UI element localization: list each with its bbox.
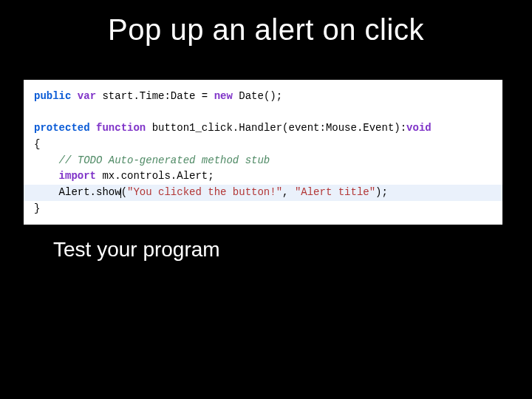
keyword-void: void bbox=[406, 122, 432, 134]
code-text: mx.controls.Alert; bbox=[96, 170, 214, 182]
indent bbox=[34, 154, 59, 166]
comment: // TODO Auto-generated method stub bbox=[59, 154, 270, 166]
code-line-2: protected function button1_click.Handler… bbox=[34, 120, 492, 137]
slide-title: Pop up an alert on click bbox=[0, 13, 532, 47]
keyword-var: var bbox=[78, 90, 96, 102]
keyword-protected: protected bbox=[34, 122, 90, 134]
indent bbox=[34, 186, 59, 198]
code-line-5-highlighted: Alert.show("You clicked the button!", "A… bbox=[24, 185, 502, 201]
code-block: public var start.Time:Date = new Date();… bbox=[24, 80, 502, 225]
code-text: button1_click.Handler(event:Mouse.Event)… bbox=[146, 122, 406, 134]
caption: Test your program bbox=[53, 238, 220, 262]
string-literal-1: "You clicked the button!" bbox=[127, 186, 282, 198]
paren: ( bbox=[121, 186, 127, 198]
code-line-4: import mx.controls.Alert; bbox=[34, 168, 492, 185]
code-text: Alert.show bbox=[59, 186, 121, 198]
string-literal-2: "Alert title" bbox=[295, 186, 375, 198]
indent bbox=[34, 170, 59, 182]
keyword-new: new bbox=[214, 90, 233, 102]
code-text: start.Time:Date = bbox=[96, 90, 214, 102]
code-line-3: // TODO Auto-generated method stub bbox=[34, 153, 492, 169]
code-blank bbox=[34, 105, 492, 121]
brace-close: } bbox=[34, 201, 492, 217]
comma: , bbox=[282, 186, 295, 198]
keyword-public: public bbox=[34, 90, 71, 102]
slide: Pop up an alert on click public var star… bbox=[0, 0, 532, 399]
code-line-1: public var start.Time:Date = new Date(); bbox=[34, 89, 492, 105]
code-text: ); bbox=[375, 186, 388, 198]
keyword-function: function bbox=[96, 122, 146, 134]
brace-open: { bbox=[34, 137, 492, 153]
code-text: Date(); bbox=[233, 90, 282, 102]
keyword-import: import bbox=[59, 170, 96, 182]
